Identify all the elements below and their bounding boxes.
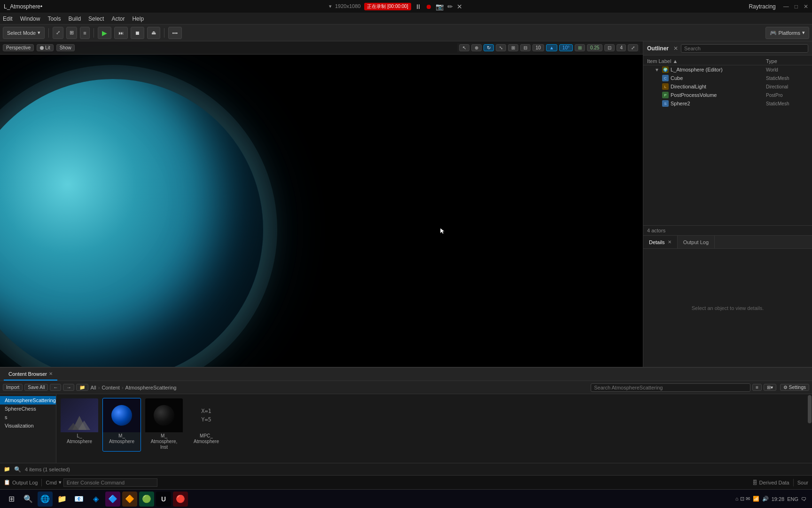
outliner-item-world[interactable]: ▼ 🌍 L_Atmosphere (Editor) World: [643, 65, 812, 74]
menu-help[interactable]: Help: [132, 16, 144, 22]
filter-button[interactable]: ≡: [752, 384, 762, 391]
rider-icon[interactable]: 🔷: [105, 492, 120, 507]
notification-icon[interactable]: 🗨: [801, 496, 806, 502]
vscode-icon[interactable]: ◈: [88, 492, 103, 507]
cursor-icon[interactable]: ↖: [459, 44, 469, 51]
rotate-icon[interactable]: ↻: [484, 44, 494, 51]
back-button[interactable]: ←: [50, 384, 61, 391]
obs-icon[interactable]: 🔴: [173, 492, 188, 507]
sidebar-item-visualization[interactable]: Visualization: [0, 421, 56, 430]
outliner-item-cube[interactable]: C Cube StaticMesh: [643, 74, 812, 82]
menu-select[interactable]: Select: [88, 16, 104, 22]
menu-build[interactable]: Build: [68, 16, 81, 22]
outliner-item-post-process[interactable]: P PostProcessVolume PostPro: [643, 91, 812, 99]
content-browser-scrollbar[interactable]: [807, 394, 812, 463]
maximize-viewport[interactable]: ⤢: [628, 44, 638, 51]
details-close[interactable]: ✕: [668, 239, 671, 245]
select-mode-button[interactable]: Select Mode ▾: [3, 27, 45, 39]
save-all-button[interactable]: Save All: [24, 384, 48, 391]
breadcrumb-all[interactable]: All: [90, 385, 96, 390]
lit-button[interactable]: Lit: [37, 44, 54, 51]
asset-l-atmosphere[interactable]: L_Atmosphere: [60, 398, 99, 452]
window-close[interactable]: ✕: [804, 3, 808, 10]
grid-num-10[interactable]: 10: [532, 44, 544, 51]
derived-data-item[interactable]: 🗄 Derived Data: [752, 480, 789, 485]
output-log-status[interactable]: 📋 Output Log: [4, 479, 38, 485]
mail-icon[interactable]: 📧: [71, 492, 86, 507]
show-button[interactable]: Show: [56, 44, 75, 51]
menu-edit[interactable]: Edit: [3, 16, 13, 22]
select-type-button[interactable]: ⊞: [66, 27, 77, 39]
time-display[interactable]: 19:28: [772, 496, 785, 502]
edit-btn[interactable]: ✏: [447, 3, 453, 10]
sidebar-item-s[interactable]: s: [0, 413, 56, 421]
skip-button[interactable]: ⏭: [114, 27, 128, 39]
mode-button[interactable]: ≡: [80, 27, 89, 39]
pause-btn[interactable]: ⏸: [415, 3, 422, 10]
lang-display[interactable]: ENG: [787, 496, 798, 502]
cmd-chevron[interactable]: ▾: [59, 479, 62, 485]
breadcrumb-content[interactable]: Content: [102, 385, 120, 390]
details-tab[interactable]: Details ✕: [643, 236, 678, 248]
menu-window[interactable]: Window: [20, 16, 40, 22]
console-command-input[interactable]: [63, 478, 157, 487]
settings-button[interactable]: ⚙ Settings: [780, 384, 809, 391]
window-minimize[interactable]: —: [783, 3, 789, 10]
files-icon[interactable]: 📁: [55, 492, 70, 507]
scale-icon-2[interactable]: ⊞: [575, 44, 585, 51]
transform-button[interactable]: ⤢: [53, 27, 63, 39]
close-btn[interactable]: ✕: [457, 3, 462, 10]
window-maximize[interactable]: □: [795, 3, 798, 10]
outliner-close[interactable]: ✕: [673, 45, 678, 52]
menu-tools[interactable]: Tools: [47, 16, 61, 22]
grid-icon[interactable]: ⊞: [508, 44, 518, 51]
camera-btn[interactable]: 📷: [436, 3, 444, 10]
layer-num[interactable]: 4: [617, 44, 626, 51]
scale-icon[interactable]: ⤡: [496, 44, 506, 51]
sidebar-item-sphere-chess[interactable]: SphereChess: [0, 405, 56, 413]
view-options-button[interactable]: ⊞▾: [764, 384, 776, 391]
content-browser-tab[interactable]: Content Browser ✕: [4, 368, 57, 381]
sour-item[interactable]: Sour: [797, 480, 808, 485]
menu-actor[interactable]: Actor: [111, 16, 125, 22]
sidebar-item-atmosphere-scattering[interactable]: AtmosphereScattering: [0, 396, 56, 405]
viewport[interactable]: Perspective Lit Show ↖ ⊕ ↻ ⤡ ⊞ ⊟ 10 ▲ 10…: [0, 41, 643, 367]
eject-button[interactable]: ⏏: [147, 27, 160, 39]
scale-val[interactable]: 0.25: [587, 44, 602, 51]
content-browser-search[interactable]: [591, 383, 750, 392]
paint-icon[interactable]: 🔶: [122, 492, 137, 507]
forward-button[interactable]: →: [63, 384, 74, 391]
play-button[interactable]: ▶: [98, 27, 111, 39]
more-options-button[interactable]: •••: [168, 27, 182, 39]
app-tab[interactable]: L_Atmosphere•: [4, 3, 42, 10]
import-button[interactable]: Import: [3, 384, 23, 391]
col-item-label[interactable]: Item Label ▲: [647, 58, 766, 64]
output-log-tab[interactable]: Output Log: [678, 236, 715, 248]
asset-m-atmosphere-inst[interactable]: M_Atmosphere,Inst: [145, 398, 183, 452]
angle-val[interactable]: 10°: [559, 44, 573, 51]
breadcrumb-atmosphere[interactable]: AtmosphereScattering: [125, 385, 177, 390]
outliner-item-directional-light[interactable]: L DirectionalLight Directional: [643, 82, 812, 91]
mouse-cursor: [439, 227, 447, 235]
folder-button[interactable]: 📁: [76, 384, 88, 391]
ue5-icon[interactable]: U: [156, 492, 171, 507]
perspective-button[interactable]: Perspective: [3, 44, 34, 51]
stop-button[interactable]: ⏹: [131, 27, 144, 39]
content-browser-close[interactable]: ✕: [49, 371, 53, 376]
asset-m-atmosphere[interactable]: M_Atmosphere: [102, 398, 141, 452]
angle-icon[interactable]: ▲: [546, 44, 557, 51]
outliner-item-sphere2[interactable]: S Sphere2 StaticMesh: [643, 99, 812, 108]
dropdown-arrow[interactable]: ▾: [329, 3, 332, 9]
outliner-search-input[interactable]: [681, 44, 808, 53]
windows-start-button[interactable]: ⊞: [4, 492, 19, 507]
search-taskbar-button[interactable]: 🔍: [21, 492, 36, 507]
asset-mpc-atmosphere[interactable]: X=1 Y=5 MPC_Atmosphere: [187, 398, 226, 452]
layers-icon[interactable]: ⊡: [604, 44, 615, 51]
scroll-thumb[interactable]: [808, 395, 812, 423]
edge-browser-icon[interactable]: 🌐: [38, 492, 53, 507]
move-icon[interactable]: ⊕: [471, 44, 482, 51]
grid-size-icon[interactable]: ⊟: [520, 44, 531, 51]
platforms-button[interactable]: 🎮 Platforms ▾: [765, 27, 809, 39]
record-btn[interactable]: ⏺: [425, 3, 432, 10]
spotify-icon[interactable]: 🟢: [139, 492, 154, 507]
